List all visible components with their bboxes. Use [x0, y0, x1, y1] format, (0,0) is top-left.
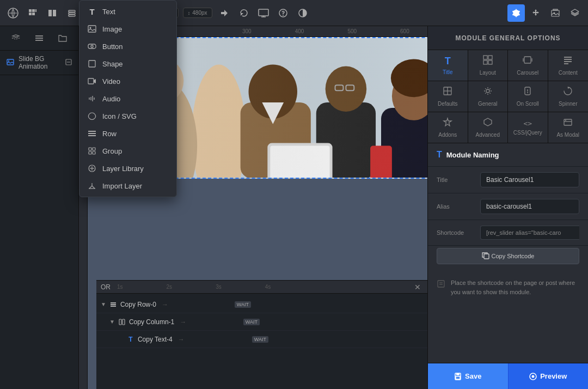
menu-item-import-layer[interactable]: Import Layer	[79, 177, 176, 194]
text-menu-icon: T	[87, 7, 97, 16]
menu-item-row-label: Row	[102, 130, 117, 138]
svg-rect-93	[484, 254, 489, 259]
layers-icon[interactable]	[63, 4, 81, 22]
expand-col1[interactable]: ▼	[109, 319, 115, 325]
list-icon[interactable]	[32, 31, 47, 46]
svg-rect-36	[88, 131, 96, 132]
css-jquery-tab-icon: <>	[523, 119, 532, 127]
help-icon[interactable]	[275, 5, 291, 21]
menu-item-audio[interactable]: Audio	[79, 90, 176, 107]
menu-item-layer-library[interactable]: Layer Library	[79, 160, 176, 177]
layer-icon[interactable]	[8, 31, 23, 46]
slide-bg-animation-row[interactable]: Slide BG Animation	[0, 51, 78, 75]
photos-icon[interactable]	[547, 4, 564, 22]
svg-rect-70	[119, 319, 121, 325]
tab-addons[interactable]: Addons	[428, 112, 468, 143]
svg-point-92	[565, 120, 566, 121]
svg-rect-4	[29, 13, 32, 15]
tab-defaults[interactable]: Defaults	[428, 81, 468, 112]
col1-label: Copy Column-1	[129, 318, 174, 326]
svg-rect-20	[552, 10, 559, 16]
as-modal-tab-label: As Modal	[556, 132, 579, 138]
menu-item-import-layer-label: Import Layer	[102, 182, 142, 190]
svg-rect-74	[483, 60, 487, 64]
refresh-icon[interactable]	[236, 5, 252, 21]
svg-rect-2	[32, 9, 35, 12]
as-modal-tab-icon	[563, 117, 573, 130]
svg-rect-39	[89, 148, 91, 150]
save-button[interactable]: Save	[428, 363, 508, 389]
image-menu-icon	[87, 24, 97, 34]
module-tabs-row3: Addons Advanced <> CSS/jQuery As Modal	[428, 112, 588, 143]
save-label: Save	[465, 372, 481, 380]
module-options-title: MODULE GENERAL OPTIONS	[455, 34, 560, 42]
menu-item-group[interactable]: Group	[79, 142, 176, 160]
menu-item-icon-svg[interactable]: Icon / SVG	[79, 107, 176, 125]
folder-icon[interactable]	[55, 31, 70, 46]
contrast-icon[interactable]	[295, 5, 310, 21]
expand-row0[interactable]: ▼	[101, 301, 106, 307]
on-scroll-tab-icon	[523, 86, 532, 99]
tab-as-modal[interactable]: As Modal	[548, 112, 589, 143]
tab-title[interactable]: T Title	[428, 50, 468, 81]
svg-rect-30	[88, 26, 96, 32]
menu-item-image[interactable]: Image	[79, 20, 176, 38]
shortcode-field-row: Shortcode	[428, 220, 588, 246]
wordpress-icon[interactable]	[4, 4, 22, 22]
svg-rect-94	[438, 281, 444, 287]
spinner-tab-icon	[563, 86, 573, 99]
row0-icon	[109, 301, 117, 308]
svg-rect-8	[69, 10, 75, 12]
tab-carousel[interactable]: Carousel	[508, 50, 548, 81]
svg-rect-69	[111, 306, 116, 307]
shortcode-input[interactable]	[480, 226, 579, 240]
grid-icon[interactable]	[24, 4, 41, 22]
video-menu-icon	[87, 76, 97, 86]
advanced-tab-label: Advanced	[476, 132, 500, 138]
module-naming-title: Module Naming	[446, 151, 499, 159]
monitor2-icon[interactable]	[256, 5, 271, 21]
menu-item-button[interactable]: Button	[79, 38, 176, 55]
menu-item-row[interactable]: Row	[79, 125, 176, 142]
timeline-rows: ▼ Copy Row-0 → WAIT ▼	[96, 294, 427, 350]
info-icon	[437, 279, 445, 292]
tab-spinner[interactable]: Spinner	[548, 81, 589, 112]
menu-item-text[interactable]: T Text	[79, 3, 176, 20]
alias-field-input[interactable]	[480, 199, 579, 214]
title-field-label: Title	[437, 177, 480, 183]
col1-arrow: →	[180, 318, 186, 326]
tab-css-jquery[interactable]: <> CSS/jQuery	[508, 112, 548, 143]
text4-icon: T	[127, 336, 134, 343]
tab-on-scroll[interactable]: On Scroll	[508, 81, 548, 112]
title-field-input[interactable]	[480, 172, 579, 187]
svg-rect-80	[564, 59, 572, 60]
height-arrow: ↕	[188, 10, 191, 16]
settings-icon[interactable]	[507, 4, 525, 22]
svg-rect-81	[564, 61, 572, 62]
svg-rect-10	[69, 15, 75, 16]
addons-tab-label: Addons	[438, 132, 457, 138]
move-icon[interactable]	[527, 4, 544, 22]
columns-icon[interactable]	[44, 4, 61, 22]
menu-item-shape[interactable]: Shape	[79, 55, 176, 72]
timeline-title: OR	[101, 283, 111, 291]
timeline-row-col1: ▼ Copy Column-1 → WAIT	[96, 313, 427, 331]
copy-shortcode-button[interactable]: Copy Shortcode	[437, 248, 579, 264]
height-input[interactable]: ↕ 480px	[183, 8, 212, 18]
svg-rect-40	[93, 148, 95, 150]
svg-rect-26	[7, 59, 14, 65]
svg-point-101	[532, 375, 535, 378]
timeline-header: OR 1s 2s 3s 4s ✕	[96, 281, 427, 294]
tab-layout[interactable]: Layout	[468, 50, 509, 81]
tab-advanced[interactable]: Advanced	[468, 112, 509, 143]
svg-rect-73	[488, 56, 492, 59]
preview-button[interactable]: Preview	[508, 363, 589, 389]
svg-rect-9	[69, 13, 75, 14]
tab-content[interactable]: Content	[548, 50, 589, 81]
menu-item-video[interactable]: Video	[79, 72, 176, 90]
timeline-row-0-label: ▼ Copy Row-0 → WAIT	[96, 301, 260, 308]
arrow-icon[interactable]	[217, 5, 232, 21]
tab-general[interactable]: General	[468, 81, 509, 112]
timeline-close-button[interactable]: ✕	[412, 282, 423, 293]
stack-icon[interactable]	[566, 4, 584, 22]
